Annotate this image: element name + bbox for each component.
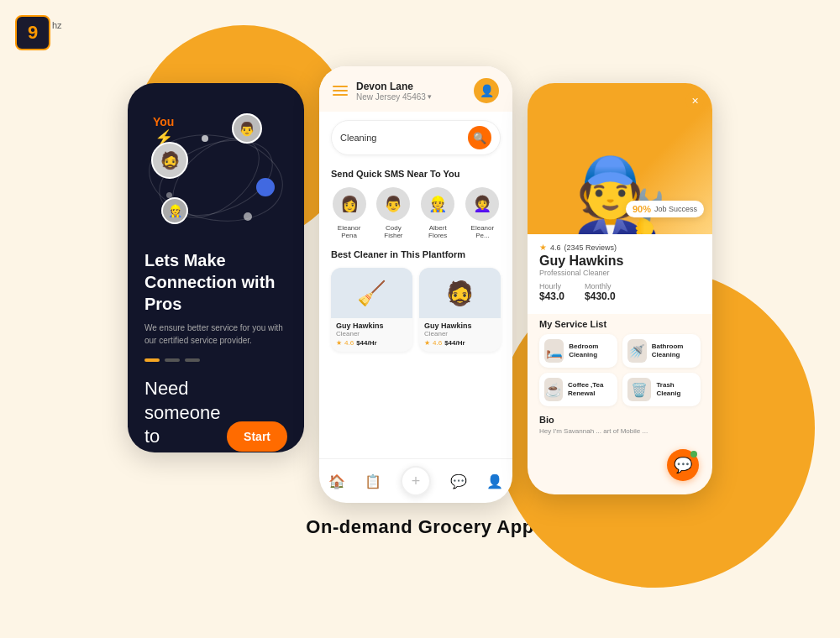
service-img-3: ☕ bbox=[544, 378, 563, 401]
service-item-4[interactable]: 🗑️ Trash Cleanig bbox=[622, 373, 701, 406]
avatar-you: 🧔 bbox=[151, 142, 188, 179]
quick-name-4: Eleanor Pe... bbox=[465, 224, 501, 239]
phones-container: You ⚡ 🧔 👨 👷 Lets Make Conn bbox=[128, 83, 712, 503]
user-avatar-header[interactable]: 👤 bbox=[474, 78, 499, 103]
start-button[interactable]: Start bbox=[227, 421, 287, 452]
service-list-section: My Service List 🛏️ Bedroom Cleaning 🚿 Ba… bbox=[528, 314, 712, 411]
chat-online-dot bbox=[690, 451, 697, 458]
profile-hero: 🧑‍🔧 90% Job Success ✕ bbox=[528, 83, 712, 234]
cleaner-card-img-1: 🧹 bbox=[331, 268, 412, 318]
quick-name-1: Eleanor Pena bbox=[331, 224, 367, 239]
orbit-area: You ⚡ 🧔 👨 👷 bbox=[144, 107, 287, 249]
chat-fab-button[interactable]: 💬 bbox=[667, 449, 699, 481]
nav-home-icon[interactable]: 🏠 bbox=[328, 473, 345, 489]
phone-profile: 🧑‍🔧 90% Job Success ✕ ★ 4.6 (2345 Review… bbox=[528, 83, 712, 494]
service-item-3[interactable]: ☕ Coffee ,Tea Renewal bbox=[539, 373, 617, 406]
nav-chat-icon[interactable]: 💬 bbox=[450, 473, 467, 489]
location-info: Devon Lane New Jersey 45463 ▾ bbox=[356, 81, 465, 102]
quick-person-3[interactable]: 👷 Albert Flores bbox=[420, 187, 456, 239]
nav-profile-icon[interactable]: 👤 bbox=[486, 473, 503, 489]
bio-title: Bio bbox=[539, 415, 701, 425]
service-name-1: Bedroom Cleaning bbox=[569, 343, 612, 360]
service-name-4: Trash Cleanig bbox=[656, 381, 696, 399]
hourly-pricing: Hourly $43.0 bbox=[539, 282, 564, 302]
quick-avatar-3: 👷 bbox=[421, 187, 454, 221]
monthly-label: Monthly bbox=[585, 282, 616, 290]
dots-indicator bbox=[144, 358, 287, 362]
you-label: You bbox=[153, 115, 174, 128]
monthly-pricing: Monthly $430.0 bbox=[585, 282, 616, 302]
serve-text: Serve bbox=[144, 450, 195, 452]
phone-header: Devon Lane New Jersey 45463 ▾ 👤 bbox=[319, 66, 512, 112]
orbit2-emoji: 👷 bbox=[168, 204, 182, 217]
search-bar[interactable]: Cleaning 🔍 bbox=[331, 120, 501, 155]
orbit1-emoji: 👨 bbox=[239, 121, 255, 137]
service-img-2: 🚿 bbox=[627, 339, 647, 363]
hourly-value: $43.0 bbox=[539, 290, 564, 302]
service-grid: 🛏️ Bedroom Cleaning 🚿 Bathroom Cleaning … bbox=[539, 334, 701, 406]
service-name-3: Coffee ,Tea Renewal bbox=[568, 381, 612, 399]
location-name: Devon Lane bbox=[356, 81, 465, 92]
rating-value: 4.6 bbox=[550, 243, 561, 252]
quick-person-1[interactable]: 👩 Eleanor Pena bbox=[331, 187, 367, 239]
cleaner-card-2[interactable]: 🧔 Guy Hawkins Cleaner ★ 4.6 $44/Hr bbox=[419, 268, 501, 352]
logo-suffix: hz bbox=[52, 20, 62, 30]
logo-symbol: 9 bbox=[28, 22, 38, 44]
search-icon-btn[interactable]: 🔍 bbox=[468, 126, 491, 149]
need-line2: someone to bbox=[144, 401, 227, 449]
cleaner-rating-1: ★ 4.6 $44/Hr bbox=[336, 339, 407, 347]
dot-white3 bbox=[166, 192, 172, 198]
hourly-label: Hourly bbox=[539, 282, 564, 290]
cleaner-name-2: Guy Hawkins bbox=[424, 322, 496, 330]
need-line1: Need bbox=[144, 377, 227, 401]
bio-section: Bio Hey I'm Savannah ... art of Mobile .… bbox=[528, 411, 712, 439]
close-button[interactable]: ✕ bbox=[685, 92, 704, 110]
chevron-down-icon: ▾ bbox=[428, 92, 432, 101]
service-item-1[interactable]: 🛏️ Bedroom Cleaning bbox=[539, 334, 617, 368]
avatar-orbit2: 👷 bbox=[161, 197, 188, 224]
service-item-2[interactable]: 🚿 Bathroom Cleaning bbox=[622, 334, 701, 368]
hamburger-icon[interactable] bbox=[333, 86, 348, 96]
cleaner-card-img-2: 🧔 bbox=[419, 268, 501, 318]
cleaner-rating-2: ★ 4.6 $44/Hr bbox=[424, 339, 496, 347]
quick-avatar-2: 👨 bbox=[376, 187, 410, 221]
service-img-4: 🗑️ bbox=[627, 378, 651, 401]
headline: Lets Make Connection with Pros bbox=[144, 249, 287, 315]
need-text: Need someone to Serve you? bbox=[144, 377, 227, 452]
cleaner-name-1: Guy Hawkins bbox=[336, 322, 407, 330]
need-serve-line: Serve you? bbox=[144, 449, 227, 452]
cleaner-grid: 🧹 Guy Hawkins Cleaner ★ 4.6 $44/Hr 🧔 Guy… bbox=[319, 263, 512, 357]
subtext: We ensure better service for you with ou… bbox=[144, 322, 287, 347]
job-success-badge: 90% Job Success bbox=[626, 201, 704, 217]
quick-person-4[interactable]: 👩‍🦱 Eleanor Pe... bbox=[465, 187, 501, 239]
avatar-orbit1: 👨 bbox=[232, 113, 262, 144]
quick-person-2[interactable]: 👨 Cody Fisher bbox=[375, 187, 411, 239]
profile-pricing: Hourly $43.0 Monthly $430.0 bbox=[539, 282, 701, 302]
quick-avatar-4: 👩‍🦱 bbox=[465, 187, 499, 221]
search-text: Cleaning bbox=[340, 133, 461, 143]
profile-info: ★ 4.6 (2345 Reviews) Guy Hawkins Profess… bbox=[528, 234, 712, 314]
dot-blue bbox=[256, 178, 275, 196]
quick-sms-row: 👩 Eleanor Pena 👨 Cody Fisher 👷 Albert Fl… bbox=[319, 182, 512, 244]
reviews-text: (2345 Reviews) bbox=[564, 243, 617, 252]
profile-role: Professional Cleaner bbox=[539, 269, 701, 277]
logo-box: 9 bbox=[15, 15, 50, 50]
page-title: On-demand Grocery App bbox=[306, 516, 533, 538]
cleaner-hero-emoji: 🧑‍🔧 bbox=[573, 159, 667, 234]
phone-service-list: Devon Lane New Jersey 45463 ▾ 👤 Cleaning… bbox=[319, 66, 512, 503]
job-label: Job Success bbox=[654, 205, 697, 213]
cleaner-card-1[interactable]: 🧹 Guy Hawkins Cleaner ★ 4.6 $44/Hr bbox=[331, 268, 412, 352]
profile-name: Guy Hawkins bbox=[539, 254, 701, 269]
phone-onboarding: You ⚡ 🧔 👨 👷 Lets Make Conn bbox=[128, 83, 304, 452]
location-sub: New Jersey 45463 ▾ bbox=[356, 92, 465, 102]
job-percent: 90% bbox=[633, 204, 651, 214]
service-list-title: My Service List bbox=[539, 319, 701, 329]
add-fab-button[interactable]: + bbox=[401, 466, 431, 496]
dot-1 bbox=[144, 358, 160, 362]
best-cleaner-title: Best Cleaner in This Plantform bbox=[319, 244, 512, 263]
cleaner-role-2: Cleaner bbox=[424, 330, 496, 337]
dot-white2 bbox=[244, 212, 252, 221]
bottom-nav: 🏠 📋 + 💬 👤 bbox=[319, 458, 512, 503]
nav-list-icon[interactable]: 📋 bbox=[365, 473, 381, 489]
bio-text: Hey I'm Savannah ... art of Mobile ... bbox=[539, 426, 701, 436]
